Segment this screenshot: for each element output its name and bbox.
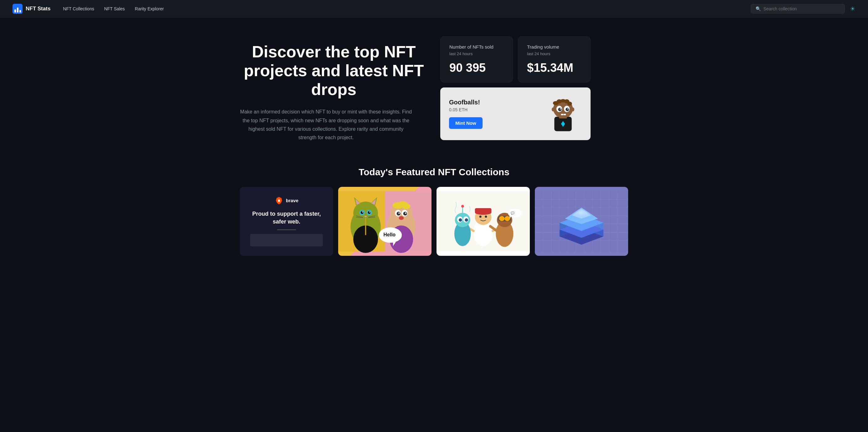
search-input[interactable] xyxy=(764,6,840,11)
svg-point-44 xyxy=(402,203,410,209)
brave-icon xyxy=(275,196,283,205)
featured-title: Today's Featured NFT Collections xyxy=(240,167,628,177)
svg-point-70 xyxy=(465,218,468,222)
mint-now-button[interactable]: Mint Now xyxy=(449,117,483,129)
svg-point-29 xyxy=(361,211,364,214)
svg-point-49 xyxy=(398,212,400,214)
svg-point-30 xyxy=(368,211,371,214)
featured-card-brave[interactable]: brave Proud to support a faster, safer w… xyxy=(240,187,333,256)
brand-icon xyxy=(12,4,23,14)
search-icon: 🔍 xyxy=(755,6,761,11)
svg-point-12 xyxy=(565,108,569,111)
svg-point-32 xyxy=(369,211,370,213)
brave-brand-text: brave xyxy=(286,198,299,203)
svg-point-69 xyxy=(459,218,462,222)
svg-rect-16 xyxy=(564,114,566,115)
navbar-right: 🔍 ☀ xyxy=(751,4,856,13)
trading-volume-value: $15.34M xyxy=(527,61,582,75)
nfts-sold-value: 90 395 xyxy=(450,61,504,75)
featured-grid: brave Proud to support a faster, safer w… xyxy=(240,187,628,256)
trading-volume-label: Trading volume xyxy=(527,44,582,50)
theme-toggle-button[interactable]: ☀ xyxy=(850,5,856,12)
featured-card-colorful-chars[interactable]: 💬 xyxy=(436,187,530,256)
stat-card-trading-volume: Trading volume last 24 hours $15.34M xyxy=(518,36,591,82)
brand-name: NFT Stats xyxy=(26,6,51,12)
nav-link-rarity-explorer[interactable]: Rarity Explorer xyxy=(135,6,164,11)
svg-point-76 xyxy=(499,216,505,221)
hero-section: Discover the top NFT projects and latest… xyxy=(215,18,653,154)
svg-point-14 xyxy=(567,108,569,109)
colorful-chars-icon: 💬 xyxy=(436,187,530,256)
hero-title: Discover the top NFT projects and latest… xyxy=(240,42,428,99)
svg-point-11 xyxy=(558,108,561,111)
mint-card: Goofballs! 0.05 ETH Mint Now xyxy=(440,87,591,140)
featured-card-cats[interactable]: Hello xyxy=(338,187,432,256)
svg-point-72 xyxy=(461,205,464,208)
hero-left: Discover the top NFT projects and latest… xyxy=(240,36,428,142)
mint-card-price: 0.05 ETH xyxy=(449,107,538,112)
svg-point-13 xyxy=(560,108,561,109)
svg-point-18 xyxy=(571,108,574,112)
nav-link-nft-collections[interactable]: NFT Collections xyxy=(63,6,94,11)
svg-text:Hello: Hello xyxy=(383,232,396,237)
brand-logo-container[interactable]: NFT Stats xyxy=(12,4,51,14)
stat-cards-row: Number of NFTs sold last 24 hours 90 395… xyxy=(440,36,591,82)
search-box[interactable]: 🔍 xyxy=(751,4,845,13)
brave-tagline: Proud to support a faster, safer web. xyxy=(246,210,327,226)
mint-card-content: Goofballs! 0.05 ETH Mint Now xyxy=(449,99,538,129)
svg-point-48 xyxy=(403,211,407,215)
brave-divider xyxy=(277,229,296,230)
brave-brand: brave xyxy=(275,196,299,205)
svg-point-62 xyxy=(485,216,487,218)
svg-point-47 xyxy=(397,211,401,215)
nav-links: NFT Collections NFT Sales Rarity Explore… xyxy=(63,6,751,11)
hero-right: Number of NFTs sold last 24 hours 90 395… xyxy=(440,36,591,142)
svg-rect-60 xyxy=(475,208,492,213)
nfts-sold-sublabel: last 24 hours xyxy=(450,51,504,56)
svg-point-50 xyxy=(405,212,406,214)
svg-rect-15 xyxy=(561,114,563,115)
svg-point-8 xyxy=(567,102,572,106)
brave-screenshot xyxy=(250,234,323,247)
goofball-character-icon xyxy=(546,95,580,133)
nfts-sold-label: Number of NFTs sold xyxy=(450,44,504,50)
stat-card-nfts-sold: Number of NFTs sold last 24 hours 90 395 xyxy=(440,36,513,82)
svg-point-33 xyxy=(365,216,367,217)
navbar: NFT Stats NFT Collections NFT Sales Rari… xyxy=(0,0,868,18)
svg-text:💬: 💬 xyxy=(511,211,515,215)
featured-card-geometric[interactable] xyxy=(535,187,628,256)
mint-card-image xyxy=(544,95,582,133)
geometric-nft-icon xyxy=(535,187,628,256)
nav-link-nft-sales[interactable]: NFT Sales xyxy=(104,6,125,11)
svg-point-51 xyxy=(399,216,404,220)
featured-section: Today's Featured NFT Collections brave P… xyxy=(215,154,653,275)
trading-volume-sublabel: last 24 hours xyxy=(527,51,582,56)
mint-card-title: Goofballs! xyxy=(449,99,538,106)
svg-point-61 xyxy=(479,216,482,218)
cats-nft-icon: Hello xyxy=(338,187,432,256)
svg-point-77 xyxy=(504,216,510,221)
svg-point-31 xyxy=(362,211,363,213)
svg-point-17 xyxy=(552,108,555,112)
hero-description: Make an informed decision which NFT to b… xyxy=(240,108,412,142)
